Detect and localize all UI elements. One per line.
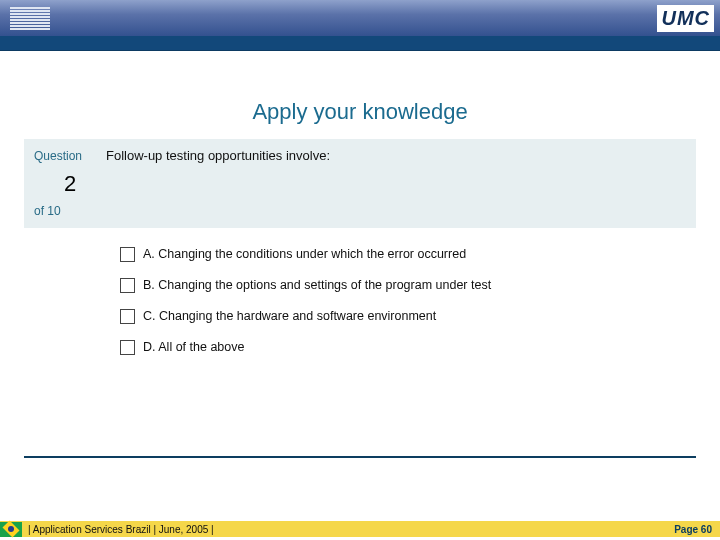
question-band: Question 2 of 10 Follow-up testing oppor… (24, 139, 696, 228)
question-of: of 10 (34, 202, 106, 220)
options-list: A. Changing the conditions under which t… (120, 246, 696, 356)
option-a[interactable]: A. Changing the conditions under which t… (120, 246, 550, 263)
option-label: B. Changing the options and settings of … (143, 277, 491, 294)
header-sub-bar (0, 36, 720, 51)
question-label: Question (34, 147, 106, 165)
slide-body: Apply your knowledge Question 2 of 10 Fo… (0, 51, 720, 356)
checkbox-icon[interactable] (120, 278, 135, 293)
question-text: Follow-up testing opportunities involve: (106, 147, 330, 220)
option-label: A. Changing the conditions under which t… (143, 246, 466, 263)
question-counter: Question 2 of 10 (34, 147, 106, 220)
top-header-bar: UMC (0, 0, 720, 36)
slide-title: Apply your knowledge (24, 99, 696, 125)
question-number: 2 (34, 167, 106, 200)
checkbox-icon[interactable] (120, 309, 135, 324)
ibm-logo-icon (10, 7, 50, 30)
page-number: Page 60 (674, 524, 720, 535)
footer-divider (24, 456, 696, 458)
option-b[interactable]: B. Changing the options and settings of … (120, 277, 550, 294)
option-c[interactable]: C. Changing the hardware and software en… (120, 308, 550, 325)
footer-bar: | Application Services Brazil | June, 20… (0, 521, 720, 537)
checkbox-icon[interactable] (120, 247, 135, 262)
option-d[interactable]: D. All of the above (120, 339, 550, 356)
umc-logo: UMC (657, 5, 714, 32)
umc-logo-text: UMC (661, 7, 710, 29)
option-label: C. Changing the hardware and software en… (143, 308, 436, 325)
option-label: D. All of the above (143, 339, 244, 356)
brazil-flag-icon (0, 522, 22, 537)
footer-text: | Application Services Brazil | June, 20… (28, 524, 674, 535)
checkbox-icon[interactable] (120, 340, 135, 355)
